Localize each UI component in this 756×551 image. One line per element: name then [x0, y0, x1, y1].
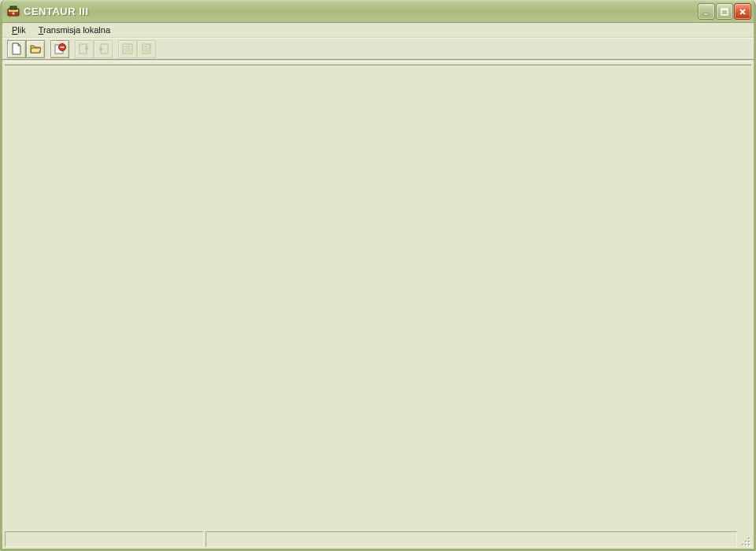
- toolbar-new-button[interactable]: [7, 40, 26, 58]
- menu-plik[interactable]: Plik: [6, 24, 32, 36]
- report-icon: [140, 43, 153, 55]
- client-area: [5, 61, 751, 531]
- toolbar-separator: [45, 39, 50, 58]
- minimize-button[interactable]: [698, 3, 715, 20]
- close-button[interactable]: [734, 3, 751, 20]
- toolbar-report-button: [137, 40, 156, 58]
- resize-grip[interactable]: [739, 531, 751, 547]
- menu-transmisja-lokalna[interactable]: Transmisja lokalna: [33, 24, 116, 36]
- stop-transfer-icon: [54, 43, 66, 55]
- svg-rect-23: [749, 542, 750, 543]
- toolbar-stop-button[interactable]: [50, 40, 69, 58]
- toolbar-separator: [113, 39, 118, 58]
- title-bar[interactable]: CENTAUR III: [2, 0, 754, 23]
- toolbar-settings-button: [118, 40, 137, 58]
- toolbar-separator: [69, 39, 75, 58]
- toolbar-receive-button: [75, 40, 94, 58]
- window-title: CENTAUR III: [24, 6, 89, 17]
- maximize-button[interactable]: [716, 3, 733, 20]
- status-pane-1: [5, 531, 204, 547]
- svg-rect-25: [749, 545, 750, 546]
- svg-rect-11: [61, 46, 65, 48]
- app-icon: [7, 5, 20, 17]
- status-pane-2: [206, 531, 737, 547]
- settings-list-icon: [121, 43, 134, 55]
- open-file-icon: [29, 43, 42, 55]
- toolbar-open-button[interactable]: [26, 40, 45, 58]
- menu-bar: Plik Transmisja lokalna: [2, 23, 754, 38]
- application-window: CENTAUR III Plik: [0, 0, 756, 551]
- new-file-icon: [10, 43, 23, 55]
- svg-rect-22: [749, 538, 750, 540]
- svg-rect-4: [703, 13, 709, 15]
- send-up-icon: [97, 43, 109, 55]
- svg-rect-6: [721, 9, 728, 10]
- receive-down-icon: [78, 43, 91, 55]
- document-area: [5, 65, 751, 531]
- svg-rect-26: [746, 545, 747, 546]
- svg-rect-27: [743, 545, 744, 546]
- svg-rect-24: [746, 542, 747, 543]
- toolbar-send-button: [94, 40, 113, 58]
- svg-rect-2: [10, 6, 17, 9]
- toolbar: [2, 38, 754, 60]
- svg-point-3: [13, 13, 15, 15]
- svg-marker-8: [18, 43, 20, 46]
- status-bar: [5, 531, 751, 547]
- window-controls: [698, 3, 751, 20]
